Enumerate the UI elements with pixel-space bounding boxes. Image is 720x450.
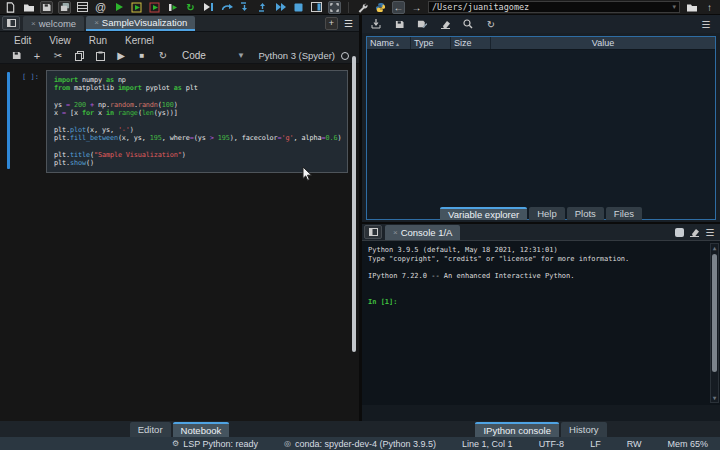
open-file-icon[interactable] (22, 1, 35, 14)
console-output[interactable]: Python 3.9.5 (default, May 18 2021, 12:3… (362, 240, 720, 405)
cell-list-icon[interactable] (76, 1, 89, 14)
notebook-scrollbar[interactable] (352, 56, 356, 352)
working-directory-field: ▾ (428, 1, 680, 13)
column-header-type[interactable]: Type (411, 37, 451, 49)
copy-cell-icon[interactable] (73, 50, 85, 62)
save-notebook-icon[interactable] (10, 50, 22, 62)
save-data-as-icon[interactable] (416, 18, 428, 30)
debug-stop-icon[interactable] (292, 1, 305, 14)
status-line-1-col-1: Line 1, Col 1 (462, 439, 513, 449)
interrupt-kernel-icon[interactable]: ■ (136, 50, 148, 62)
parent-directory-icon[interactable]: ↑ (703, 1, 716, 14)
open-directory-icon[interactable] (685, 1, 698, 14)
run-cell-advance-icon[interactable] (148, 1, 161, 14)
tab-history[interactable]: History (561, 422, 607, 437)
add-cell-icon[interactable]: + (31, 50, 43, 62)
tab-ipython-console[interactable]: IPython console (475, 422, 559, 437)
new-file-icon[interactable] (4, 1, 17, 14)
debug-continue-icon[interactable] (274, 1, 287, 14)
run-cell-toolbar-icon[interactable]: ▶ (115, 50, 127, 62)
menu-view[interactable]: View (49, 35, 71, 46)
preferences-wrench-icon[interactable] (356, 1, 369, 14)
tab-welcome[interactable]: ×welcome (23, 16, 84, 31)
tab-editor[interactable]: Editor (130, 422, 171, 437)
status-mem-65-: Mem 65% (667, 439, 708, 449)
menu-edit[interactable]: Edit (14, 35, 31, 46)
tab-options-menu-icon[interactable]: ☰ (342, 17, 355, 30)
cell-type-select[interactable]: Code (182, 50, 206, 61)
window-layout-icon[interactable] (310, 1, 323, 14)
status-rw: RW (627, 439, 642, 449)
run-selection-icon[interactable] (166, 1, 179, 14)
tab-samplevisualization[interactable]: ×SampleVisualization (86, 16, 195, 31)
close-tab-icon[interactable]: × (94, 18, 99, 27)
maximize-pane-icon[interactable] (328, 1, 341, 14)
console-scrollbar-handle[interactable] (712, 254, 717, 372)
console-options-menu-icon[interactable]: ☰ (704, 226, 716, 238)
code-line (54, 93, 340, 101)
new-tab-icon[interactable]: + (325, 17, 338, 30)
working-directory-input[interactable] (432, 2, 672, 12)
restart-kernel-toolbar-icon[interactable]: ↻ (157, 50, 169, 62)
tab-notebook[interactable]: Notebook (173, 422, 230, 437)
debug-step-over-icon[interactable] (220, 1, 233, 14)
cut-cell-icon[interactable]: ✂ (52, 50, 64, 62)
tab-console-1a[interactable]: × Console 1/A (385, 225, 460, 240)
run-cell-icon[interactable] (130, 1, 143, 14)
status-conda-spyder-dev-4-python-3-9-5-: ◎conda: spyder-dev-4 (Python 3.9.5) (284, 439, 436, 449)
tab-help[interactable]: Help (529, 207, 565, 220)
tab-plots[interactable]: Plots (567, 207, 604, 220)
refresh-variables-icon[interactable]: ↻ (485, 18, 497, 30)
browse-tabs-icon[interactable] (2, 16, 20, 30)
save-all-icon[interactable] (58, 1, 71, 14)
paste-cell-icon[interactable] (94, 50, 106, 62)
save-file-icon[interactable] (40, 1, 53, 14)
console-scrollbar[interactable]: ▲ ▼ (710, 243, 719, 403)
run-to-line-icon[interactable] (202, 1, 215, 14)
tab-variable-explorer[interactable]: Variable explorer (440, 207, 527, 220)
console-remove-output-icon[interactable] (688, 226, 700, 238)
notebook-canvas[interactable]: [ ]: import numpy as npfrom matplotlib i… (0, 64, 359, 419)
tab-files[interactable]: Files (606, 207, 642, 220)
right-pane-tabs: Variable explorerHelpPlotsFiles (362, 206, 720, 220)
back-arrow-icon[interactable]: ← (392, 1, 405, 14)
remove-all-variables-icon[interactable] (439, 18, 451, 30)
status-icon: ⚙ (172, 439, 179, 448)
scroll-up-icon[interactable]: ▲ (711, 245, 718, 251)
column-header-size[interactable]: Size (451, 37, 491, 49)
variable-table-header: Name ▴ Type Size Value (367, 37, 715, 50)
directory-combo-arrow-icon[interactable]: ▾ (672, 3, 676, 11)
kernel-name-label: Python 3 (Spyder) (258, 50, 335, 61)
python-path-manager-icon[interactable] (374, 1, 387, 14)
variable-explorer-options-icon[interactable]: ☰ (700, 18, 712, 30)
sort-ascending-icon: ▴ (396, 40, 399, 47)
close-tab-icon[interactable]: × (393, 228, 398, 237)
find-symbols-icon[interactable]: @ (94, 1, 107, 14)
scroll-down-icon[interactable]: ▼ (711, 395, 718, 401)
debug-step-into-icon[interactable] (238, 1, 251, 14)
console-line: IPython 7.22.0 -- An enhanced Interactiv… (368, 272, 706, 281)
status-lsp-python-ready: ⚙LSP Python: ready (172, 439, 258, 449)
column-header-name[interactable]: Name ▴ (367, 37, 411, 49)
close-tab-icon[interactable]: × (31, 19, 36, 28)
console-browse-tabs-icon[interactable] (364, 225, 382, 239)
console-line: Python 3.9.5 (default, May 18 2021, 12:3… (368, 246, 706, 255)
search-variable-icon[interactable] (462, 18, 474, 30)
run-file-icon[interactable] (112, 1, 125, 14)
restart-kernel-icon[interactable]: ↻ (184, 1, 197, 14)
code-line: plt.show() (54, 159, 340, 167)
code-cell[interactable]: import numpy as npfrom matplotlib import… (46, 70, 348, 173)
console-interrupt-icon[interactable] (675, 228, 684, 237)
column-header-value[interactable]: Value (491, 37, 715, 49)
menu-kernel[interactable]: Kernel (125, 35, 154, 46)
variable-table[interactable]: Name ▴ Type Size Value (366, 36, 716, 220)
import-data-icon[interactable] (370, 18, 382, 30)
save-data-icon[interactable] (393, 18, 405, 30)
code-line: x = [x for x in range(len(ys))] (54, 109, 340, 117)
cell-type-chevron-icon[interactable]: ▼ (237, 51, 245, 60)
debug-step-out-icon[interactable] (256, 1, 269, 14)
main-toolbar: @ ↻ ← → (0, 0, 720, 15)
menu-run[interactable]: Run (89, 35, 107, 46)
variable-table-body[interactable] (367, 50, 715, 218)
forward-arrow-icon[interactable]: → (410, 1, 423, 14)
